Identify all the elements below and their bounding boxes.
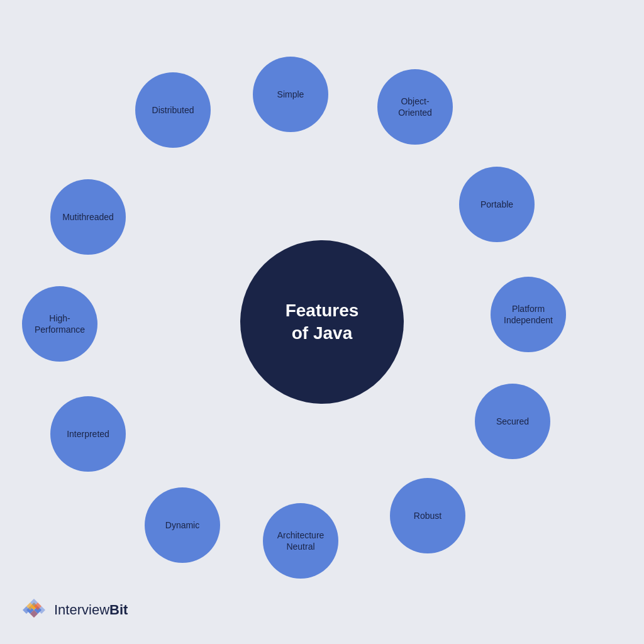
feature-distributed: Distributed (135, 72, 211, 148)
feature-secured: Secured (475, 384, 550, 459)
feature-portable: Portable (459, 167, 535, 242)
feature-multithreaded: Mutithreaded (50, 179, 126, 255)
logo-text: InterviewBit (54, 602, 128, 618)
feature-architecture-neutral: ArchitectureNeutral (263, 503, 338, 579)
feature-robust: Robust (390, 478, 465, 553)
feature-object-oriented: Object-Oriented (377, 69, 453, 145)
feature-simple: Simple (253, 57, 328, 132)
logo: InterviewBit (19, 595, 128, 625)
center-title: Featuresof Java (286, 299, 359, 345)
feature-high-performance: High-Performance (22, 286, 97, 362)
feature-interpreted: Interpreted (50, 396, 126, 472)
logo-bold: Bit (109, 602, 128, 618)
center-circle: Featuresof Java (240, 240, 404, 404)
logo-icon (19, 595, 49, 625)
feature-platform-independent: PlatformIndependent (491, 277, 566, 352)
diagram-container: Featuresof Java Simple Object-Oriented D… (0, 0, 644, 644)
feature-dynamic: Dynamic (145, 487, 220, 563)
